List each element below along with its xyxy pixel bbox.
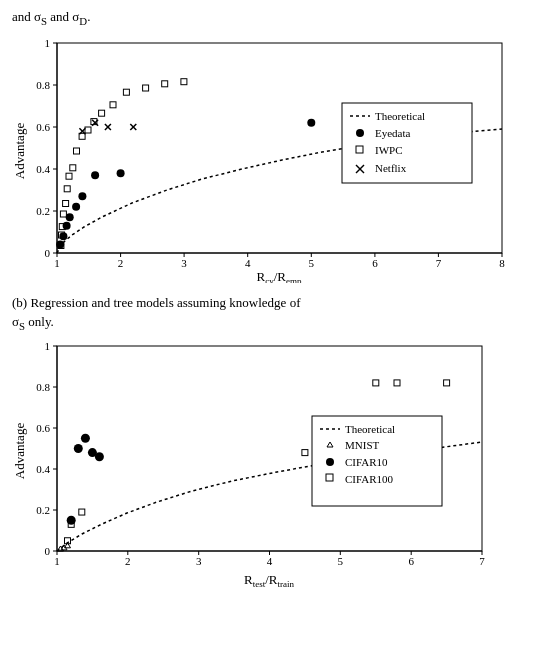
chart2-svg: Advantage 0 0.2 0.4 0.6 0.8 1 1 2 3 — [12, 336, 524, 591]
chart2-legend-cifar10: CIFAR10 — [345, 456, 388, 468]
svg-point-57 — [307, 119, 315, 127]
svg-point-53 — [72, 203, 80, 211]
svg-text:1: 1 — [45, 37, 51, 49]
svg-text:5: 5 — [338, 555, 344, 567]
svg-text:0.6: 0.6 — [36, 422, 50, 434]
chart1-xlabel: Rcv/Remp — [257, 269, 302, 283]
chart2-container: Advantage 0 0.2 0.4 0.6 0.8 1 1 2 3 — [12, 336, 524, 595]
chart1-svg: Advantage 0 0.2 0.4 0.6 0.8 1 — [12, 33, 524, 283]
page: and σS and σD. Advantage 0 0.2 0.4 0.6 — [0, 0, 536, 648]
svg-text:4: 4 — [245, 257, 251, 269]
svg-point-54 — [78, 192, 86, 200]
svg-text:3: 3 — [181, 257, 187, 269]
chart1-ylabel: Advantage — [12, 122, 27, 179]
chart1-legend-eyedata: Eyedata — [375, 127, 411, 139]
chart2-legend-cifar100: CIFAR100 — [345, 473, 394, 485]
svg-text:0.8: 0.8 — [36, 381, 50, 393]
svg-text:6: 6 — [372, 257, 378, 269]
svg-text:2: 2 — [118, 257, 124, 269]
svg-text:0: 0 — [45, 247, 51, 259]
svg-point-67 — [356, 129, 364, 137]
svg-text:2: 2 — [125, 555, 131, 567]
svg-text:0.2: 0.2 — [36, 504, 50, 516]
svg-text:1: 1 — [54, 555, 60, 567]
svg-text:3: 3 — [196, 555, 202, 567]
svg-point-51 — [63, 221, 71, 229]
svg-text:1: 1 — [54, 257, 60, 269]
svg-text:0.4: 0.4 — [36, 163, 50, 175]
svg-text:0.4: 0.4 — [36, 463, 50, 475]
svg-text:4: 4 — [267, 555, 273, 567]
svg-point-104 — [74, 444, 83, 453]
svg-point-105 — [81, 434, 90, 443]
svg-text:0.6: 0.6 — [36, 121, 50, 133]
chart2-ylabel: Advantage — [12, 423, 27, 480]
svg-point-56 — [117, 169, 125, 177]
svg-point-49 — [56, 240, 64, 248]
chart1-legend-netflix: Netflix — [375, 162, 407, 174]
svg-text:7: 7 — [479, 555, 485, 567]
chart1-legend-theoretical: Theoretical — [375, 110, 425, 122]
chart1-container: Advantage 0 0.2 0.4 0.6 0.8 1 — [12, 33, 524, 287]
svg-point-50 — [59, 232, 67, 240]
svg-point-55 — [91, 171, 99, 179]
chart2-legend-mnist: MNIST — [345, 439, 380, 451]
svg-text:0.2: 0.2 — [36, 205, 50, 217]
svg-point-117 — [326, 458, 334, 466]
svg-text:0: 0 — [45, 545, 51, 557]
svg-text:6: 6 — [408, 555, 414, 567]
header-text: and σS and σD. — [12, 8, 524, 29]
chart1-legend-iwpc: IWPC — [375, 144, 403, 156]
svg-text:8: 8 — [499, 257, 505, 269]
svg-point-52 — [66, 213, 74, 221]
section-b-label: (b) Regression and tree models assuming … — [12, 293, 524, 334]
chart2-legend-theoretical: Theoretical — [345, 423, 395, 435]
svg-text:5: 5 — [309, 257, 315, 269]
svg-text:7: 7 — [436, 257, 442, 269]
svg-text:1: 1 — [45, 340, 51, 352]
chart2-xlabel: Rtest/Rtrain — [244, 572, 294, 589]
svg-point-107 — [95, 452, 104, 461]
svg-text:0.8: 0.8 — [36, 79, 50, 91]
